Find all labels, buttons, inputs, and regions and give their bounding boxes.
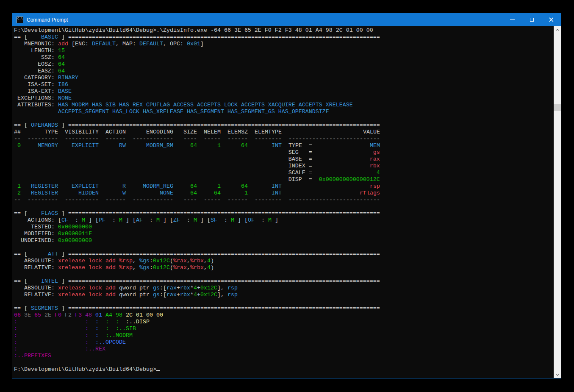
command-prompt-window: C:\ Command Prompt × F:\Development\GitH…	[12, 13, 561, 378]
terminal-line: MNEMONIC: add [ENC: DEFAULT, MAP: DEFAUL…	[14, 41, 554, 47]
terminal-line: :..PREFIXES	[14, 353, 554, 359]
terminal-line: ## TYPE VISIBILITY ACTION ENCODING SIZE …	[14, 129, 554, 136]
terminal-line	[14, 298, 554, 305]
terminal-line: DISP = 0x000000000000012C	[14, 176, 554, 183]
minimize-button[interactable]	[502, 13, 522, 26]
terminal-line: INDEX = rbx	[14, 163, 554, 170]
terminal-line: ATTRIBUTES: HAS_MODRM HAS_SIB HAS_REX CP…	[14, 102, 554, 108]
terminal-line: 1 REGISTER EXPLICIT R MODRM_REG 64 1 64 …	[14, 183, 554, 190]
terminal-line: : : : : : :..DISP	[14, 319, 554, 325]
terminal-line: ABSOLUTE: xrelease lock add qword ptr gs…	[14, 285, 554, 292]
terminal-line: == [ SEGMENTS ] ========================…	[14, 305, 554, 312]
terminal-line: == [ OPERANDS ] ========================…	[14, 122, 554, 129]
terminal-line: ABSOLUTE: xrelease lock add %rsp, %gs:0x…	[14, 258, 554, 264]
window-title: Command Prompt	[27, 17, 68, 23]
terminal-line: RELATIVE: xrelease lock add %rsp, %gs:0x…	[14, 264, 554, 271]
close-button[interactable]: ×	[541, 13, 561, 26]
terminal-line: SSZ: 64	[14, 54, 554, 61]
scrollbar-thumb[interactable]	[554, 104, 561, 111]
terminal-line: == [ FLAGS ] ===========================…	[14, 210, 554, 217]
terminal-line: : :..REX	[14, 346, 554, 353]
cmd-app-icon[interactable]: C:\	[17, 17, 23, 23]
scroll-down-button[interactable]	[554, 371, 561, 378]
terminal-line: == [ BASIC ] ===========================…	[14, 34, 554, 41]
terminal-line: : : : : :..SIB	[14, 325, 554, 332]
terminal-output[interactable]: F:\Development\GitHub\zydis\Build64\Debu…	[14, 27, 554, 373]
text-cursor	[156, 370, 160, 371]
window-controls: ×	[502, 13, 561, 26]
chevron-up-icon	[555, 29, 559, 32]
terminal-line: EXCEPTIONS: NONE	[14, 95, 554, 102]
terminal-line: UNDEFINED: 0x00000000	[14, 237, 554, 244]
terminal-line: CATEGORY: BINARY	[14, 75, 554, 81]
terminal-line	[14, 359, 554, 366]
terminal-line	[14, 115, 554, 122]
maximize-button[interactable]	[522, 13, 541, 26]
terminal-line: EASZ: 64	[14, 68, 554, 75]
close-icon: ×	[548, 16, 554, 23]
terminal-line	[14, 244, 554, 251]
terminal-line: LENGTH: 15	[14, 47, 554, 54]
chevron-down-icon	[555, 372, 559, 375]
terminal-area[interactable]: F:\Development\GitHub\zydis\Build64\Debu…	[12, 26, 554, 378]
terminal-line: SCALE = 4	[14, 170, 554, 176]
terminal-line: : : :..OPCODE	[14, 339, 554, 346]
title-bar[interactable]: C:\ Command Prompt ×	[12, 13, 561, 26]
terminal-line: -- --------- ---------- ------ ---------…	[14, 197, 554, 203]
cmd-icon-glyph: C:\	[17, 17, 23, 20]
terminal-line: ISA-EXT: BASE	[14, 88, 554, 95]
terminal-line	[14, 203, 554, 210]
terminal-line: TESTED: 0x00000000	[14, 224, 554, 231]
terminal-line: F:\Development\GitHub\zydis\Build64\Debu…	[14, 366, 554, 373]
terminal-line: 0 MEMORY EXPLICIT RW MODRM_RM 64 1 64 IN…	[14, 142, 554, 149]
terminal-line: : : : :..MODRM	[14, 332, 554, 339]
terminal-line: ISA-SET: I86	[14, 81, 554, 88]
terminal-line	[14, 271, 554, 278]
scroll-up-button[interactable]	[554, 26, 561, 33]
maximize-icon	[530, 18, 534, 22]
terminal-line: SEG = gs	[14, 149, 554, 156]
minimize-icon	[510, 19, 515, 20]
terminal-line: RELATIVE: xrelease lock add qword ptr gs…	[14, 292, 554, 298]
terminal-line: 66 3E 65 2E F0 F2 F3 48 01 A4 98 2C 01 0…	[14, 312, 554, 319]
terminal-line: ACCEPTS_SEGMENT HAS_LOCK HAS_XRELEASE HA…	[14, 108, 554, 115]
terminal-line: EOSZ: 64	[14, 61, 554, 68]
terminal-line: BASE = rax	[14, 156, 554, 163]
terminal-line: 2 REGISTER HIDDEN W NONE 64 64 1 INT rfl…	[14, 190, 554, 197]
terminal-line: == [ INTEL ] ===========================…	[14, 278, 554, 285]
terminal-line: -- --------- ---------- ------ ---------…	[14, 136, 554, 142]
terminal-line: ACTIONS: [CF : M ] [PF : M ] [AF : M ] […	[14, 217, 554, 224]
terminal-line: F:\Development\GitHub\zydis\Build64\Debu…	[14, 27, 554, 34]
vertical-scrollbar[interactable]	[554, 26, 561, 378]
terminal-line: == [ ATT ] =============================…	[14, 251, 554, 258]
terminal-line: MODIFIED: 0x0000011F	[14, 231, 554, 237]
